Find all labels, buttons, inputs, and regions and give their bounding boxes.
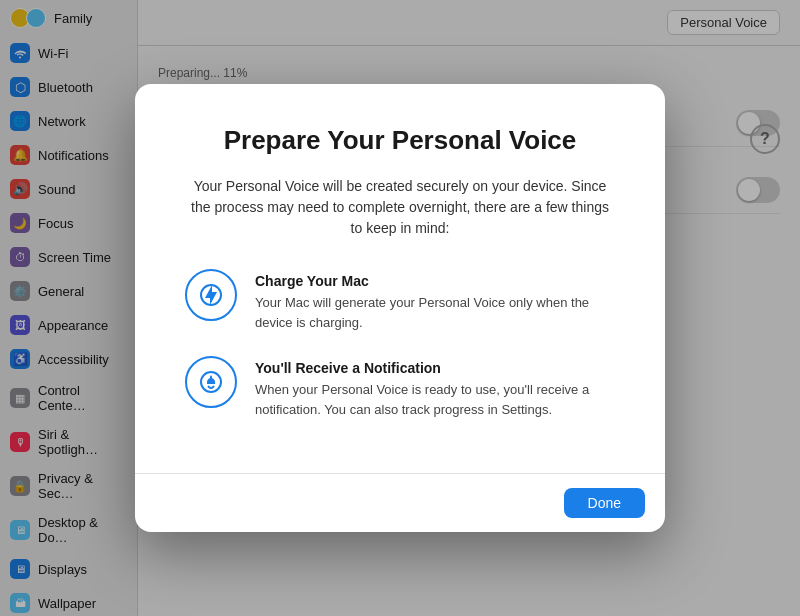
modal-footer: Done bbox=[135, 473, 665, 532]
modal-dialog: Prepare Your Personal Voice Your Persona… bbox=[135, 84, 665, 533]
lightning-icon bbox=[185, 269, 237, 321]
feature-desc-charge: Your Mac will generate your Personal Voi… bbox=[255, 293, 615, 332]
feature-desc-notification: When your Personal Voice is ready to use… bbox=[255, 380, 615, 419]
feature-text-notification: You'll Receive a Notification When your … bbox=[255, 356, 615, 419]
feature-title-charge: Charge Your Mac bbox=[255, 273, 615, 289]
modal-title: Prepare Your Personal Voice bbox=[185, 124, 615, 157]
feature-title-notification: You'll Receive a Notification bbox=[255, 360, 615, 376]
bell-icon bbox=[185, 356, 237, 408]
done-button[interactable]: Done bbox=[564, 488, 645, 518]
feature-text-charge: Charge Your Mac Your Mac will generate y… bbox=[255, 269, 615, 332]
modal-body: Prepare Your Personal Voice Your Persona… bbox=[135, 84, 665, 474]
feature-item-charge: Charge Your Mac Your Mac will generate y… bbox=[185, 269, 615, 332]
svg-marker-1 bbox=[205, 285, 217, 305]
modal-subtitle: Your Personal Voice will be created secu… bbox=[185, 176, 615, 239]
feature-item-notification: You'll Receive a Notification When your … bbox=[185, 356, 615, 419]
modal-overlay: Prepare Your Personal Voice Your Persona… bbox=[0, 0, 800, 616]
